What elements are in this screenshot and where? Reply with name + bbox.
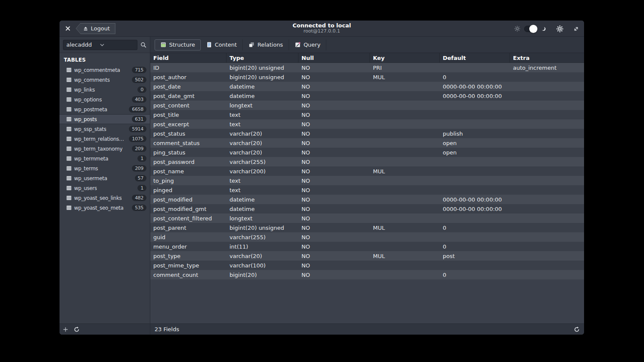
- table-row[interactable]: post_password varchar(255) NO: [150, 157, 584, 166]
- search-icon[interactable]: [140, 42, 146, 48]
- table-row[interactable]: post_mime_type varchar(100) NO: [150, 261, 584, 270]
- close-window-button[interactable]: [64, 25, 72, 33]
- sidebar-table-item[interactable]: wp_posts 631: [60, 114, 150, 124]
- table-row[interactable]: post_excerpt text NO: [150, 119, 584, 129]
- table-row[interactable]: post_modified datetime NO 0000-00-00 00:…: [150, 195, 584, 204]
- refresh-structure-icon[interactable]: [574, 326, 580, 332]
- logout-label: Logout: [91, 25, 110, 32]
- cell-default: [440, 185, 510, 195]
- column-header-null[interactable]: Null: [298, 53, 370, 62]
- sidebar-table-item[interactable]: wp_postmeta 6658: [60, 104, 150, 114]
- tab-relations[interactable]: Relations: [243, 39, 289, 50]
- table-row[interactable]: menu_order int(11) NO 0: [150, 242, 584, 251]
- cell-default: [440, 101, 510, 110]
- row-count-badge: 1: [137, 185, 146, 191]
- tab-structure[interactable]: Structure: [155, 39, 201, 50]
- sidebar-table-item[interactable]: wp_comments 502: [60, 75, 150, 85]
- database-search-row: alecaddd: [60, 37, 150, 53]
- table-row[interactable]: post_status varchar(20) NO publish: [150, 129, 584, 138]
- cell-extra: [510, 129, 584, 138]
- cell-default: [440, 63, 510, 72]
- cell-key: [370, 148, 440, 157]
- table-row[interactable]: post_name varchar(200) NO MUL: [150, 166, 584, 176]
- table-row[interactable]: comment_count bigint(20) NO 0: [150, 270, 584, 279]
- table-row[interactable]: ID bigint(20) unsigned NO PRI auto_incre…: [150, 63, 584, 72]
- database-selector[interactable]: alecaddd: [63, 40, 137, 50]
- reload-tables-icon[interactable]: [74, 326, 80, 332]
- column-header-key[interactable]: Key: [370, 53, 440, 62]
- table-icon: [66, 186, 72, 190]
- table-row[interactable]: post_date_gmt datetime NO 0000-00-00 00:…: [150, 91, 584, 101]
- cell-field: ping_status: [150, 148, 227, 157]
- table-icon: [66, 68, 72, 72]
- column-header-type[interactable]: Type: [227, 53, 298, 62]
- table-name: wp_usermeta: [74, 175, 107, 181]
- table-row[interactable]: pinged text NO: [150, 185, 584, 195]
- table-icon: [66, 107, 72, 112]
- row-count-badge: 209: [132, 145, 146, 152]
- cell-type: text: [227, 176, 298, 185]
- column-header-field[interactable]: Field: [150, 53, 227, 62]
- cell-extra: auto_increment: [510, 63, 584, 72]
- table-row[interactable]: post_content longtext NO: [150, 101, 584, 110]
- row-count-badge: 57: [135, 175, 146, 181]
- fullscreen-icon[interactable]: [573, 26, 579, 32]
- table-row[interactable]: to_ping text NO: [150, 176, 584, 185]
- table-icon: [66, 156, 72, 161]
- cell-default: 0: [440, 223, 510, 232]
- dark-mode-toggle[interactable]: [524, 26, 537, 32]
- tab-content[interactable]: Content: [201, 39, 243, 50]
- table-row[interactable]: post_type varchar(20) NO MUL post: [150, 251, 584, 261]
- sidebar-table-item[interactable]: wp_term_relationships 1075: [60, 134, 150, 144]
- sidebar-table-item[interactable]: wp_yoast_seo_meta 535: [60, 203, 150, 213]
- column-header-default[interactable]: Default: [440, 53, 510, 62]
- table-row[interactable]: guid varchar(255) NO: [150, 232, 584, 242]
- sidebar-table-item[interactable]: wp_yoast_seo_links 482: [60, 193, 150, 203]
- settings-gear-icon[interactable]: [556, 25, 564, 33]
- cell-type: datetime: [227, 195, 298, 204]
- cell-null: NO: [298, 110, 370, 119]
- table-row[interactable]: post_modified_gmt datetime NO 0000-00-00…: [150, 204, 584, 214]
- table-row[interactable]: post_content_filtered longtext NO: [150, 214, 584, 223]
- cell-extra: [510, 270, 584, 279]
- sidebar-table-item[interactable]: wp_options 403: [60, 95, 150, 104]
- structure-table-body: ID bigint(20) unsigned NO PRI auto_incre…: [150, 63, 584, 279]
- sidebar-table-item[interactable]: wp_usermeta 57: [60, 173, 150, 183]
- cell-default: 0000-00-00 00:00:00: [440, 204, 510, 214]
- sidebar-table-item[interactable]: wp_terms 209: [60, 163, 150, 173]
- cell-extra: [510, 195, 584, 204]
- table-name: wp_ssp_stats: [74, 126, 106, 132]
- table-row[interactable]: post_date datetime NO 0000-00-00 00:00:0…: [150, 82, 584, 91]
- tab-query[interactable]: Query: [289, 39, 327, 50]
- cell-default: 0: [440, 270, 510, 279]
- table-name: wp_term_relationships: [74, 136, 126, 142]
- sidebar-table-item[interactable]: wp_term_taxonomy 209: [60, 144, 150, 154]
- row-count-badge: 6658: [129, 106, 146, 113]
- cell-null: NO: [298, 232, 370, 242]
- cell-field: post_content: [150, 101, 227, 110]
- sidebar-table-item[interactable]: wp_ssp_stats 5914: [60, 124, 150, 134]
- table-name: wp_comments: [74, 77, 110, 83]
- table-row[interactable]: ping_status varchar(20) NO open: [150, 148, 584, 157]
- cell-null: NO: [298, 129, 370, 138]
- table-row[interactable]: post_author bigint(20) unsigned NO MUL 0: [150, 72, 584, 82]
- sidebar-table-item[interactable]: wp_commentmeta 715: [60, 65, 150, 75]
- sidebar-table-item[interactable]: wp_links 0: [60, 85, 150, 95]
- cell-default: 0000-00-00 00:00:00: [440, 82, 510, 91]
- sidebar-table-item[interactable]: wp_users 1: [60, 183, 150, 193]
- table-row[interactable]: post_title text NO: [150, 110, 584, 119]
- sidebar-table-item[interactable]: wp_termmeta 1: [60, 154, 150, 163]
- table-list: wp_commentmeta 715 wp_comments 502 wp_li…: [60, 65, 150, 213]
- table-icon: [66, 146, 72, 151]
- cell-extra: [510, 242, 584, 251]
- titlebar: Logout Connected to local root@127.0.0.1: [60, 21, 584, 37]
- cell-key: [370, 176, 440, 185]
- cell-extra: [510, 101, 584, 110]
- table-row[interactable]: post_parent bigint(20) unsigned NO MUL 0: [150, 223, 584, 232]
- add-connection-icon[interactable]: [63, 327, 68, 332]
- cell-field: post_date_gmt: [150, 91, 227, 101]
- cell-default: 0: [440, 242, 510, 251]
- logout-button[interactable]: Logout: [76, 23, 116, 34]
- column-header-extra[interactable]: Extra: [510, 53, 584, 62]
- table-row[interactable]: comment_status varchar(20) NO open: [150, 138, 584, 148]
